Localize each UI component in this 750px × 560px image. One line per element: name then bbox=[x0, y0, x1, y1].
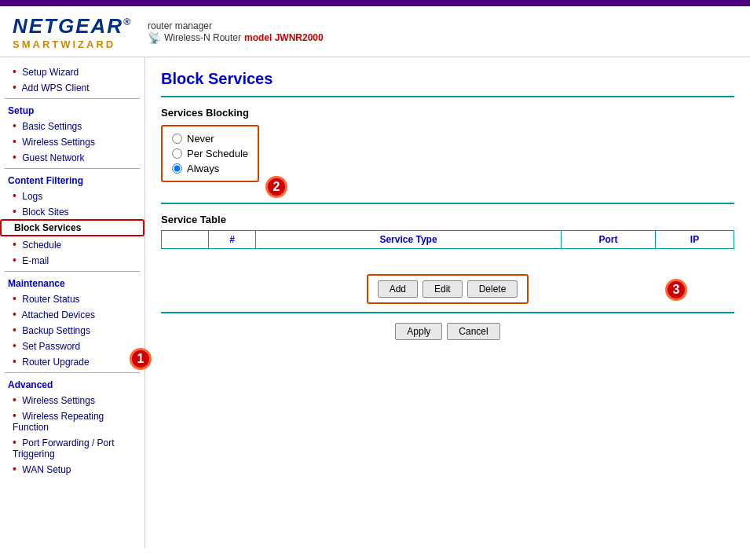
cancel-button[interactable]: Cancel bbox=[447, 323, 499, 340]
sidebar-label: Wireless Settings bbox=[22, 137, 95, 148]
bullet-icon: • bbox=[13, 135, 16, 148]
netgear-logo: NETGEAR® bbox=[13, 14, 132, 38]
sidebar-item-backup-settings[interactable]: • Backup Settings bbox=[0, 322, 145, 338]
sidebar-item-wan-setup[interactable]: • WAN Setup bbox=[0, 461, 145, 477]
sidebar-label: Set Password bbox=[22, 341, 80, 352]
annotation-1: 1 bbox=[130, 348, 152, 370]
add-button[interactable]: Add bbox=[378, 280, 418, 298]
th-port: Port bbox=[562, 231, 656, 249]
sidebar-label: WAN Setup bbox=[22, 464, 71, 475]
sidebar: • Setup Wizard • Add WPS Client Setup • … bbox=[0, 57, 145, 548]
content-area: Block Services Services Blocking Never P… bbox=[145, 57, 750, 548]
main-layout: • Setup Wizard • Add WPS Client Setup • … bbox=[0, 57, 750, 548]
section-maintenance: Maintenance bbox=[0, 275, 145, 291]
radio-row-always: Always bbox=[172, 163, 248, 174]
annotation-3: 3 bbox=[665, 279, 687, 301]
bullet-icon: • bbox=[13, 119, 16, 132]
sidebar-label: Backup Settings bbox=[22, 325, 90, 336]
bullet-icon: • bbox=[13, 324, 16, 336]
divider bbox=[5, 98, 140, 99]
radio-per-schedule[interactable] bbox=[172, 148, 182, 159]
bullet-icon: • bbox=[13, 409, 16, 422]
model-label: model JWNR2000 bbox=[244, 32, 324, 43]
sidebar-item-block-services[interactable]: Block Services bbox=[0, 219, 145, 236]
router-info: router manager 📡 Wireless-N Router model… bbox=[148, 20, 324, 44]
divider bbox=[5, 372, 140, 373]
sidebar-label: Basic Settings bbox=[22, 121, 82, 132]
sidebar-label: Guest Network bbox=[22, 152, 84, 163]
apply-button[interactable]: Apply bbox=[395, 323, 442, 340]
bullet-icon: • bbox=[13, 238, 16, 251]
sidebar-label: Router Status bbox=[22, 294, 79, 305]
annotation-2: 2 bbox=[265, 176, 287, 198]
sidebar-item-basic-settings[interactable]: • Basic Settings bbox=[0, 118, 145, 134]
radio-always-label: Always bbox=[187, 163, 219, 174]
edit-button[interactable]: Edit bbox=[423, 280, 463, 298]
wireless-n-label: Wireless-N Router bbox=[164, 32, 241, 43]
th-ip: IP bbox=[656, 231, 734, 249]
sidebar-item-wireless-settings-adv[interactable]: • Wireless Settings bbox=[0, 392, 145, 408]
sidebar-item-block-sites[interactable]: • Block Sites bbox=[0, 203, 145, 219]
th-number: # bbox=[209, 231, 256, 249]
wireless-row: 📡 Wireless-N Router model JWNR2000 bbox=[148, 31, 324, 44]
service-table-label: Service Table bbox=[161, 214, 734, 225]
sidebar-label: Attached Devices bbox=[22, 309, 95, 320]
bullet-icon: • bbox=[13, 339, 16, 352]
table-empty-row bbox=[162, 249, 734, 268]
sidebar-item-add-wps-client[interactable]: • Add WPS Client bbox=[0, 79, 145, 95]
top-bar bbox=[0, 0, 750, 6]
bullet-icon: • bbox=[13, 292, 16, 305]
sidebar-label: Wireless Settings bbox=[22, 395, 95, 406]
section-setup: Setup bbox=[0, 102, 145, 118]
bullet-icon: • bbox=[13, 65, 16, 78]
antenna-icon: 📡 bbox=[148, 31, 161, 44]
sidebar-item-logs[interactable]: • Logs bbox=[0, 188, 145, 203]
section-advanced: Advanced bbox=[0, 376, 145, 392]
sidebar-item-setup-wizard[interactable]: • Setup Wizard bbox=[0, 64, 145, 79]
delete-button[interactable]: Delete bbox=[467, 280, 518, 298]
section-divider-2 bbox=[161, 203, 734, 204]
radio-per-schedule-label: Per Schedule bbox=[187, 148, 248, 159]
sidebar-item-set-password[interactable]: • Set Password bbox=[0, 338, 145, 353]
section-divider-top bbox=[161, 96, 734, 97]
sidebar-label: Wireless Repeating Function bbox=[13, 411, 104, 433]
sidebar-item-guest-network[interactable]: • Guest Network bbox=[0, 149, 145, 165]
table-header-row: # Service Type Port IP bbox=[162, 231, 734, 249]
sidebar-item-attached-devices[interactable]: • Attached Devices bbox=[0, 306, 145, 322]
service-table: # Service Type Port IP bbox=[161, 230, 734, 268]
bullet-icon: • bbox=[13, 436, 16, 448]
page-title: Block Services bbox=[161, 70, 734, 88]
bullet-icon: • bbox=[13, 151, 16, 163]
sidebar-item-router-status[interactable]: • Router Status bbox=[0, 291, 145, 306]
sidebar-label: Logs bbox=[22, 191, 42, 202]
sidebar-item-wireless-repeating[interactable]: • Wireless Repeating Function bbox=[0, 408, 145, 434]
radio-row-per-schedule: Per Schedule bbox=[172, 148, 248, 159]
services-blocking-radio-group: Never Per Schedule Always bbox=[161, 125, 259, 182]
sidebar-label: Block Services bbox=[14, 222, 81, 233]
section-content-filtering: Content Filtering bbox=[0, 172, 145, 188]
radio-always[interactable] bbox=[172, 163, 182, 174]
th-service-type: Service Type bbox=[256, 231, 562, 249]
radio-never[interactable] bbox=[172, 134, 182, 144]
bullet-icon: • bbox=[13, 393, 16, 406]
bullet-icon: • bbox=[13, 81, 16, 93]
sidebar-item-wireless-settings[interactable]: • Wireless Settings bbox=[0, 134, 145, 149]
bullet-icon: • bbox=[13, 205, 16, 218]
sidebar-label: Port Forwarding / Port Triggering bbox=[13, 437, 115, 459]
sidebar-item-router-upgrade[interactable]: • Router Upgrade bbox=[0, 353, 145, 369]
bullet-icon: • bbox=[13, 189, 16, 202]
action-buttons: Apply Cancel bbox=[161, 323, 734, 340]
sidebar-label: E-mail bbox=[22, 255, 49, 266]
sidebar-item-email[interactable]: • E-mail bbox=[0, 252, 145, 268]
sidebar-wrapper: • Setup Wizard • Add WPS Client Setup • … bbox=[0, 57, 145, 548]
radio-row-never: Never bbox=[172, 133, 248, 145]
services-blocking-label: Services Blocking bbox=[161, 107, 734, 119]
sidebar-item-port-forwarding[interactable]: • Port Forwarding / Port Triggering bbox=[0, 434, 145, 461]
router-manager-label: router manager bbox=[148, 20, 324, 31]
bullet-icon: • bbox=[13, 308, 16, 320]
section-divider-3 bbox=[161, 312, 734, 313]
sidebar-label: Setup Wizard bbox=[22, 67, 79, 78]
th-checkbox bbox=[162, 231, 209, 249]
sidebar-item-schedule[interactable]: • Schedule bbox=[0, 236, 145, 252]
sidebar-label: Block Sites bbox=[22, 207, 68, 218]
